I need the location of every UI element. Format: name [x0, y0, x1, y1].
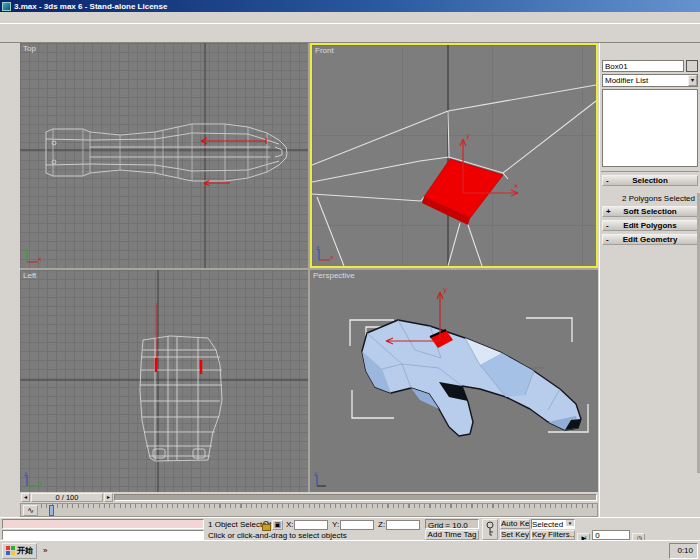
viewport-perspective[interactable]: Perspective y z	[310, 270, 598, 492]
svg-text:x: x	[514, 182, 518, 190]
taskbar-clock: 0:10	[677, 546, 693, 555]
time-slider-row: ◂ 0 / 100 ▸	[20, 492, 598, 503]
viewport-left-label: Left	[23, 271, 36, 280]
track-bar-ruler	[41, 504, 597, 508]
viewport-front-active[interactable]: Front y x xz	[310, 43, 598, 268]
svg-text:z: z	[316, 244, 319, 251]
svg-text:x: x	[330, 253, 334, 260]
svg-text:y: y	[24, 246, 28, 254]
main-toolbar	[0, 23, 700, 43]
key-icon	[483, 520, 497, 538]
selection-rollout-header[interactable]: - Selection	[602, 175, 698, 186]
time-slider-right-arrow[interactable]: ▸	[104, 493, 113, 502]
title-bar: 3.max - 3ds max 6 - Stand-alone License	[0, 0, 700, 12]
axis-tripod: z	[313, 470, 333, 490]
track-bar[interactable]: ∿	[20, 503, 598, 517]
svg-text:z: z	[24, 470, 27, 477]
viewport-area: Top xy Front y x	[20, 43, 598, 492]
front-wireframe: y x	[312, 45, 596, 266]
selection-status-text: 2 Polygons Selected	[601, 193, 699, 203]
auto-key-button[interactable]: Auto Key	[500, 519, 530, 529]
x-label: X:	[286, 520, 294, 529]
prompt-line: Click or click-and-drag to select object…	[208, 531, 423, 540]
axis-tripod: yz	[23, 470, 43, 490]
command-panel-tabs	[601, 44, 699, 58]
edit-geometry-rollout-header[interactable]: - Edit Geometry	[602, 234, 698, 245]
viewport-top[interactable]: Top xy	[20, 43, 308, 268]
svg-text:y: y	[466, 132, 470, 140]
dropdown-arrow-icon: ▾	[566, 520, 574, 526]
start-button[interactable]: 开始	[2, 543, 37, 559]
time-slider-left-arrow[interactable]: ◂	[21, 493, 30, 502]
viewport-top-label: Top	[23, 44, 36, 53]
grid-size-display: Grid = 10.0	[425, 519, 479, 529]
maxscript-mini-listener-pink[interactable]	[2, 519, 204, 529]
track-bar-frame-handle[interactable]	[49, 505, 54, 516]
time-slider-track[interactable]	[114, 494, 597, 501]
time-slider-handle[interactable]: 0 / 100	[31, 493, 103, 502]
z-label: Z:	[378, 520, 385, 529]
command-panel: Box01 Modifier List ▾ - Selection 2 Poly…	[599, 43, 700, 517]
status-bar: 1 Object Selected ▣ X: Y: Z: Grid = 10.0…	[0, 517, 700, 540]
soft-selection-rollout-header[interactable]: + Soft Selection	[602, 206, 698, 217]
menu-bar	[0, 12, 700, 23]
svg-text:y: y	[38, 479, 42, 487]
axis-tripod: xz	[315, 244, 335, 264]
svg-text:y: y	[443, 286, 447, 294]
left-wireframe	[20, 270, 308, 492]
viewport-left[interactable]: Left yz	[20, 270, 308, 492]
y-label: Y:	[332, 520, 339, 529]
taskbar: 开始 » 0:10	[0, 540, 700, 560]
current-frame-field[interactable]: 0	[592, 530, 630, 540]
keyboard-shortcut-override-button[interactable]	[482, 519, 498, 540]
y-field[interactable]	[340, 520, 374, 530]
viewport-perspective-label: Perspective	[313, 271, 355, 280]
dropdown-arrow-icon: ▾	[688, 75, 697, 86]
quick-launch-overflow[interactable]: »	[41, 546, 49, 555]
object-name-field[interactable]: Box01	[602, 60, 684, 72]
app-icon	[2, 2, 11, 11]
stack-toolbar	[601, 167, 699, 172]
x-field[interactable]	[294, 520, 328, 530]
svg-text:z: z	[314, 470, 317, 477]
perspective-shaded-model: y	[310, 270, 598, 492]
modifier-list-dropdown[interactable]: Modifier List ▾	[602, 74, 698, 87]
z-field[interactable]	[386, 520, 420, 530]
maxscript-mini-listener-white[interactable]	[2, 530, 204, 540]
system-tray: 0:10	[669, 543, 698, 559]
selection-lock-icon[interactable]	[262, 521, 269, 530]
modifier-stack	[602, 89, 698, 167]
object-color-swatch[interactable]	[686, 60, 698, 72]
svg-text:x: x	[38, 255, 42, 262]
windows-logo-icon	[6, 546, 15, 555]
open-mini-curve-editor-button[interactable]: ∿	[23, 505, 38, 516]
key-filters-button[interactable]: Key Filters...	[531, 530, 575, 540]
set-key-button[interactable]: Set Key	[500, 530, 530, 540]
left-shelf	[0, 43, 20, 517]
edit-polygons-rollout-header[interactable]: - Edit Polygons	[602, 220, 698, 231]
absolute-mode-toggle[interactable]: ▣	[272, 520, 283, 530]
add-time-tag-button[interactable]: Add Time Tag	[425, 530, 479, 540]
window-title: 3.max - 3ds max 6 - Stand-alone License	[14, 2, 167, 11]
key-filter-dropdown[interactable]: Selected▾	[531, 519, 575, 529]
viewport-front-label: Front	[315, 46, 334, 55]
top-wireframe	[20, 43, 308, 268]
axis-tripod: xy	[23, 246, 43, 266]
